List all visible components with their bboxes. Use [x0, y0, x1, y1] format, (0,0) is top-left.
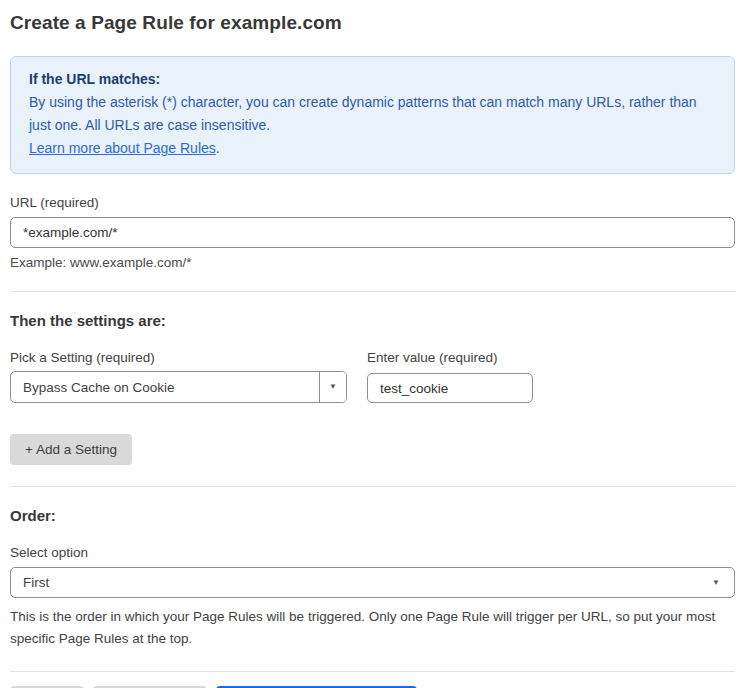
setting-select-arrow-button[interactable]: ▼: [319, 372, 346, 402]
url-match-info-box: If the URL matches: By using the asteris…: [10, 56, 735, 174]
setting-value-column: Enter value (required): [367, 336, 533, 403]
add-setting-button[interactable]: + Add a Setting: [10, 434, 132, 465]
order-section-heading: Order:: [10, 507, 735, 524]
chevron-down-icon: ▼: [712, 579, 720, 587]
divider: [10, 486, 735, 487]
info-box-heading: If the URL matches:: [29, 68, 716, 91]
chevron-down-icon: ▼: [329, 383, 337, 391]
setting-picker-column: Pick a Setting (required) Bypass Cache o…: [10, 329, 347, 403]
order-helper-text: This is the order in which your Page Rul…: [10, 606, 735, 650]
learn-more-link[interactable]: Learn more about Page Rules: [29, 140, 216, 156]
enter-value-label: Enter value (required): [367, 350, 533, 365]
url-label: URL (required): [10, 195, 735, 210]
info-box-link-line: Learn more about Page Rules.: [29, 137, 716, 160]
info-box-body: By using the asterisk (*) character, you…: [29, 91, 716, 137]
page-title: Create a Page Rule for example.com: [10, 12, 735, 34]
setting-value-input[interactable]: [367, 373, 533, 403]
setting-select-value: Bypass Cache on Cookie: [11, 372, 319, 402]
order-select-label: Select option: [10, 545, 735, 560]
divider: [10, 291, 735, 292]
link-suffix: .: [216, 140, 220, 156]
order-select-value: First: [23, 575, 712, 590]
url-input[interactable]: [10, 217, 735, 248]
settings-row: Pick a Setting (required) Bypass Cache o…: [10, 329, 735, 403]
setting-select[interactable]: Bypass Cache on Cookie ▼: [10, 371, 347, 403]
url-example-helper: Example: www.example.com/*: [10, 255, 735, 270]
page-rule-form: Create a Page Rule for example.com If th…: [0, 0, 750, 688]
order-select[interactable]: First ▼: [10, 567, 735, 598]
setting-label: Pick a Setting (required): [10, 350, 347, 365]
settings-section-heading: Then the settings are:: [10, 312, 735, 329]
divider: [10, 671, 735, 672]
